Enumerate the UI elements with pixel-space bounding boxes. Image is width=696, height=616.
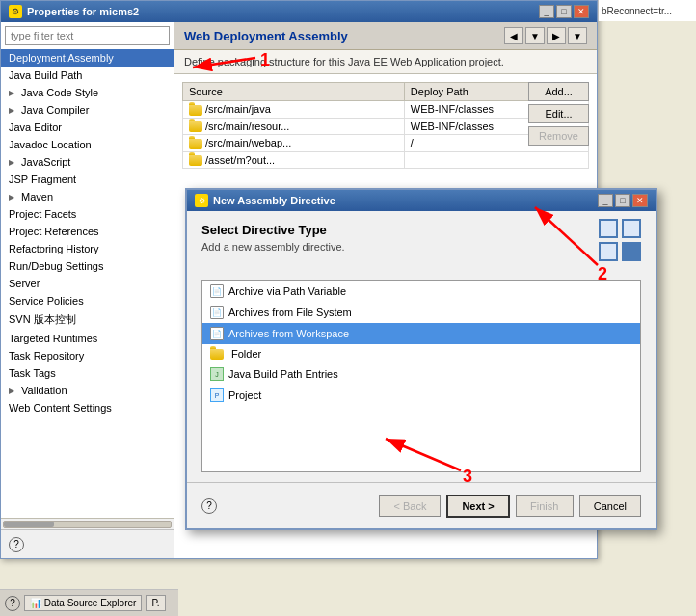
dialog-action-buttons: < Back Next > Finish Cancel [379,495,641,518]
sidebar-item-deployment-assembly[interactable]: Deployment Assembly [1,49,174,67]
maximize-btn[interactable]: □ [556,5,572,18]
sidebar-item-java-compiler[interactable]: Java Compiler [1,101,174,119]
table-cell-source: /src/main/resour... [183,118,405,135]
sidebar-bottom-nav: ? [1,529,174,558]
taskbar-p[interactable]: P. [146,595,165,611]
directive-item-folder[interactable]: Folder [202,344,640,363]
sidebar-item-java-build-path[interactable]: Java Build Path [1,67,174,84]
sidebar-item-maven[interactable]: Maven [1,188,174,205]
title-bar-left: ⚙ Properties for micms2 [9,5,139,18]
finish-button[interactable]: Finish [516,495,574,517]
next-button[interactable]: Next > [446,495,509,518]
nav-dropdown-btn[interactable]: ▼ [568,27,587,44]
directive-item-archive-path[interactable]: 📄 Archive via Path Variable [202,281,640,302]
sidebar-item-run-debug[interactable]: Run/Debug Settings [1,257,174,275]
sidebar-item-server[interactable]: Server [1,275,174,292]
directive-item-archive-fs[interactable]: 📄 Archives from File System [202,302,640,323]
dialog-minimize-btn[interactable]: _ [598,194,613,207]
nav-buttons: ◀ ▼ ▶ ▼ [504,27,587,44]
add-button[interactable]: Add... [528,82,589,101]
back-button[interactable]: < Back [379,495,441,517]
action-buttons: Add... Edit... Remove [528,82,589,146]
dialog-help-btn[interactable]: ? [201,498,217,514]
directive-item-java-build[interactable]: J Java Build Path Entries [202,363,640,385]
dialog-bottom-toolbar: ? < Back Next > Finish Cancel [187,482,656,528]
directive-item-archive-ws[interactable]: 📄 Archives from Workspace [202,323,640,344]
project-icon: P [210,388,224,402]
sidebar-item-project-facets[interactable]: Project Facets [1,205,174,223]
close-btn[interactable]: ✕ [574,5,589,18]
folder-icon [189,105,202,116]
dialog-section-title: Select Directive Type [201,223,641,237]
table-cell-source: /asset/m?out... [183,151,405,169]
icon-sq4 [622,242,641,261]
dialog-title-bar: ⚙ New Assembly Directive _ □ ✕ [187,190,656,211]
cancel-button[interactable]: Cancel [579,495,641,517]
sidebar-item-web-content[interactable]: Web Content Settings [1,399,174,416]
folder-icon [189,155,202,166]
taskbar: ? 📊 Data Source Explorer P. [0,589,178,616]
directive-type-icon [599,219,641,261]
table-row[interactable]: /asset/m?out... [183,151,589,169]
scroll-thumb [4,522,54,527]
directive-label: Archives from Workspace [228,328,349,339]
help-button[interactable]: ? [9,537,24,552]
sidebar-item-project-references[interactable]: Project References [1,223,174,240]
folder-directive-icon [210,349,224,360]
dialog-window: ⚙ New Assembly Directive _ □ ✕ Select Di… [185,188,657,530]
sidebar-item-refactoring[interactable]: Refactoring History [1,240,174,257]
dialog-decoration-icon [599,219,641,261]
table-cell-deploy [404,151,588,169]
taskbar-help-btn[interactable]: ? [5,596,20,611]
panel-title: Web Deployment Assembly [184,29,348,43]
sidebar-item-task-repository[interactable]: Task Repository [1,347,174,364]
sidebar-item-jsp[interactable]: JSP Fragment [1,171,174,188]
horizontal-scrollbar[interactable] [1,518,174,529]
sidebar-item-service-policies[interactable]: Service Policies [1,292,174,309]
dialog-title-text: New Assembly Directive [213,195,335,206]
directive-label: Java Build Path Entries [228,368,338,380]
sidebar-item-task-tags[interactable]: Task Tags [1,364,174,382]
scroll-track [3,521,172,528]
icon-sq1 [599,219,618,238]
filter-input[interactable] [5,26,170,45]
sidebar-item-validation[interactable]: Validation [1,382,174,399]
panel-description: Define packaging structure for this Java… [174,50,597,74]
minimize-btn[interactable]: _ [539,5,554,18]
directive-item-project[interactable]: P Project [202,385,640,406]
icon-sq3 [599,242,618,261]
sidebar-item-javascript[interactable]: JavaScript [1,153,174,171]
url-text: bReconnect=tr... [602,6,672,16]
sidebar: Deployment Assembly Java Build Path Java… [1,22,174,558]
url-bar: bReconnect=tr... [598,0,696,21]
icon-sq2 [622,219,641,238]
directive-list: 📄 Archive via Path Variable 📄 Archives f… [201,280,641,472]
directive-label: Folder [231,348,261,360]
java-build-icon: J [210,367,224,381]
dialog-close-btn[interactable]: ✕ [632,194,648,207]
directive-label: Archive via Path Variable [228,285,346,297]
nav-down-btn[interactable]: ▼ [525,27,545,44]
archive-path-icon: 📄 [210,284,224,298]
nav-back-btn[interactable]: ◀ [504,27,523,44]
sidebar-item-javadoc[interactable]: Javadoc Location [1,136,174,153]
sidebar-item-java-editor[interactable]: Java Editor [1,119,174,136]
nav-forward-btn[interactable]: ▶ [547,27,566,44]
dialog-maximize-btn[interactable]: □ [615,194,630,207]
edit-button[interactable]: Edit... [528,104,589,123]
window-title: Properties for micms2 [27,6,139,17]
archive-fs-icon: 📄 [210,306,224,319]
remove-button[interactable]: Remove [528,126,589,146]
taskbar-datasource[interactable]: 📊 Data Source Explorer [24,595,142,611]
directive-label: Archives from File System [228,307,352,318]
window-icon: ⚙ [9,5,22,18]
sidebar-item-svn[interactable]: SVN 版本控制 [1,309,174,330]
folder-icon [189,139,202,149]
sidebar-item-java-code-style[interactable]: Java Code Style [1,84,174,101]
dialog-description: Add a new assembly directive. [201,241,641,253]
sidebar-item-targeted-runtimes[interactable]: Targeted Runtimes [1,330,174,347]
table-cell-source: /src/main/java [183,101,405,119]
dialog-title-icon: ⚙ [195,194,208,207]
sidebar-items: Deployment Assembly Java Build Path Java… [1,49,174,518]
taskbar-item-label: 📊 Data Source Explorer [30,598,136,608]
